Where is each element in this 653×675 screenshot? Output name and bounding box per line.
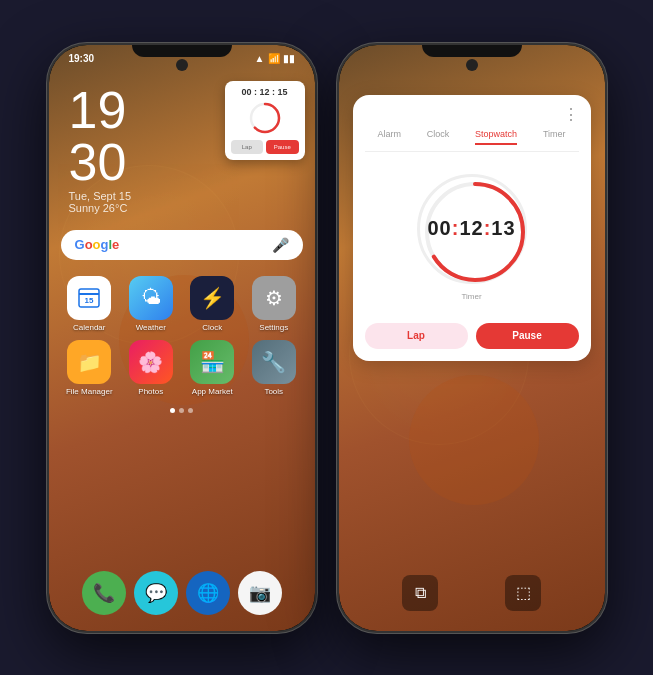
app-settings[interactable]: ⚙ Settings (245, 276, 303, 332)
app-clock[interactable]: ⚡ Clock (184, 276, 242, 332)
appmarket-label: App Market (192, 387, 233, 396)
app-dock: 📞 💬 🌐 📷 (72, 571, 292, 615)
app-grid: 15 Calendar 🌤 Weather ⚡ Clock ⚙ Settings… (49, 268, 315, 404)
app-files[interactable]: 📁 File Manager (61, 340, 119, 396)
calendar-icon: 15 (67, 276, 111, 320)
app-market[interactable]: 🏪 App Market (184, 340, 242, 396)
stopwatch-display: 00:12:13 Timer (365, 164, 579, 311)
tab-stopwatch[interactable]: Stopwatch (475, 129, 517, 145)
popup-circle (247, 100, 283, 136)
tab-alarm[interactable]: Alarm (377, 129, 401, 145)
google-search-bar[interactable]: Google 🎤 (61, 230, 303, 260)
pause-button[interactable]: Pause (476, 323, 579, 349)
home-date: Tue, Sept 15 Sunny 26°C (69, 190, 295, 214)
photos-label: Photos (138, 387, 163, 396)
popup-pause-btn[interactable]: Pause (266, 140, 299, 154)
svg-text:15: 15 (85, 296, 94, 305)
app-weather[interactable]: 🌤 Weather (122, 276, 180, 332)
panel-menu-dots[interactable]: ⋮ (365, 107, 579, 123)
app-photos[interactable]: 🌸 Photos (122, 340, 180, 396)
phone2-bottom-nav: ⧉ ⬚ (339, 575, 605, 611)
app-tools[interactable]: 🔧 Tools (245, 340, 303, 396)
tools-label: Tools (264, 387, 283, 396)
tab-clock[interactable]: Clock (427, 129, 450, 145)
panel-action-buttons: Lap Pause (365, 323, 579, 349)
dock-messages[interactable]: 💬 (134, 571, 178, 615)
app-calendar[interactable]: 15 Calendar (61, 276, 119, 332)
lap-button[interactable]: Lap (365, 323, 468, 349)
stopwatch-sublabel: Timer (365, 292, 579, 301)
clock-label: Clock (202, 323, 222, 332)
status-icons: ▲ 📶 ▮▮ (255, 53, 295, 64)
battery-icon: ▮▮ (283, 53, 295, 64)
status-time: 19:30 (69, 53, 95, 64)
clock-tabs: Alarm Clock Stopwatch Timer (365, 129, 579, 152)
popup-lap-btn[interactable]: Lap (231, 140, 264, 154)
photos-icon: 🌸 (129, 340, 173, 384)
dock-phone[interactable]: 📞 (82, 571, 126, 615)
google-logo: Google (75, 237, 120, 252)
page-dots (49, 404, 315, 417)
files-label: File Manager (66, 387, 113, 396)
settings-icon: ⚙ (252, 276, 296, 320)
mic-icon[interactable]: 🎤 (272, 237, 289, 253)
files-icon: 📁 (67, 340, 111, 384)
phone2-screen: ⋮ Alarm Clock Stopwatch Timer (339, 45, 605, 631)
phone-2: ⋮ Alarm Clock Stopwatch Timer (337, 43, 607, 633)
popup-buttons: Lap Pause (231, 140, 299, 154)
signal-icon: 📶 (268, 53, 280, 64)
wifi-icon: ▲ (255, 53, 265, 64)
phone-1: 19:30 ▲ 📶 ▮▮ 19 30 Tue, Sept 15 Sunny 26… (47, 43, 317, 633)
dot-1 (170, 408, 175, 413)
dock-browser[interactable]: 🌐 (186, 571, 230, 615)
deco-circle-4 (409, 375, 539, 505)
phone1-screen: 19:30 ▲ 📶 ▮▮ 19 30 Tue, Sept 15 Sunny 26… (49, 45, 315, 631)
camera-hole-1 (176, 59, 188, 71)
weather-icon: 🌤 (129, 276, 173, 320)
settings-label: Settings (259, 323, 288, 332)
popup-time: 00 : 12 : 15 (231, 87, 299, 97)
weather-label: Weather (136, 323, 166, 332)
camera-hole-2 (466, 59, 478, 71)
clock-icon: ⚡ (190, 276, 234, 320)
tab-timer[interactable]: Timer (543, 129, 566, 145)
tools-icon: 🔧 (252, 340, 296, 384)
svg-rect-3 (79, 293, 99, 295)
nav-copy-icon[interactable]: ⧉ (402, 575, 438, 611)
nav-paste-icon[interactable]: ⬚ (505, 575, 541, 611)
stopwatch-popup: 00 : 12 : 15 Lap Pause (225, 81, 305, 160)
clock-app-panel: ⋮ Alarm Clock Stopwatch Timer (353, 95, 591, 361)
stopwatch-circle: 00:12:13 (417, 174, 527, 284)
dot-2 (179, 408, 184, 413)
calendar-label: Calendar (73, 323, 105, 332)
stopwatch-time: 00:12:13 (427, 217, 515, 240)
appmarket-icon: 🏪 (190, 340, 234, 384)
dock-camera[interactable]: 📷 (238, 571, 282, 615)
dot-3 (188, 408, 193, 413)
